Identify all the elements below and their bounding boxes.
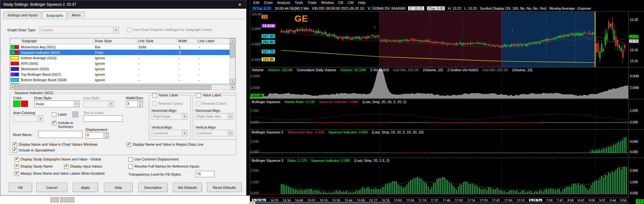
column-header-subgraph[interactable]: Subgraph — [10, 38, 93, 44]
menu-item-edit[interactable]: Edit — [251, 1, 262, 5]
bollinger-squeeze-3-panel[interactable]: Bollinger Squeeze 3Ratio: 1.178Squeeze I… — [250, 158, 644, 198]
menu-item-analysis[interactable]: Analysis — [275, 1, 293, 5]
chart-horizontal-scrollbar[interactable]: < — [250, 201, 629, 204]
table-row-squeeze-indicator-sg2[interactable]: Squeeze Indicator (SG2)Point-3- — [10, 50, 230, 55]
stepper-arrows[interactable]: ▲▼ — [137, 101, 143, 107]
sg2-color-swatch-down[interactable] — [21, 101, 28, 107]
menu-item-help[interactable]: Help — [356, 1, 368, 5]
scrollbar-thumb[interactable] — [255, 202, 390, 204]
checkbox-box — [13, 142, 17, 147]
include-in-spreadsheet-checkbox[interactable]: Include in Spreadsheet — [13, 148, 55, 153]
volume-panel[interactable]: VolumeVolume: 163.8KCumulative Daily Vol… — [250, 67, 644, 99]
help-button[interactable]: Help — [104, 183, 133, 192]
title-segment: Bollinger Squeeze 3 — [252, 159, 283, 162]
checkbox-label: Always Show Name and Value Labels When E… — [21, 171, 104, 175]
auto-coloring-select[interactable]: ▼ — [13, 115, 43, 122]
tab-alerts[interactable]: Alerts — [68, 12, 84, 18]
taskbar-button[interactable] — [60, 197, 74, 202]
menu-item-window[interactable]: Window — [319, 1, 336, 5]
use-common-displacement-checkbox[interactable]: Use Common Displacement — [128, 157, 179, 162]
menu-item-cb[interactable]: CB — [336, 1, 345, 5]
vscroll-thumb[interactable] — [230, 43, 235, 58]
menu-item-trade[interactable]: Trade — [305, 1, 319, 5]
bollinger-squeeze-3-canvas[interactable] — [250, 158, 628, 198]
tab-subgraphs[interactable]: Subgraphs — [42, 11, 67, 18]
set-defaults-button[interactable]: Set Defaults — [173, 183, 202, 192]
width-size-stepper[interactable]: 3 ▲▼ — [126, 101, 143, 107]
table-cell: - — [137, 73, 177, 76]
taskbar-strip — [0, 196, 250, 204]
table-cell: Bar — [94, 45, 137, 49]
draw-style-select[interactable]: Point▼ — [34, 101, 79, 107]
display-input-values-checkbox[interactable]: Display Input Values — [64, 164, 102, 169]
table-cell: Momentum (SG6) — [20, 67, 94, 71]
display-name-value-chart-windows-checkbox[interactable]: Display Name and Value in Chart Values W… — [13, 142, 98, 147]
column-header-width[interactable]: Width — [177, 38, 197, 44]
table-row-top-bollinger-band-sg7[interactable]: Top Bollinger Band (SG7)Ignore--- — [10, 72, 230, 77]
scroll-left-arrow[interactable]: < — [250, 201, 255, 204]
table-horizontal-scrollbar[interactable]: ◄ ► — [10, 85, 236, 90]
reset-defaults-button[interactable]: Reset Defaults — [207, 183, 242, 192]
name-vertical-align-select[interactable]: Centered▼ — [152, 130, 188, 136]
scroll-up-arrow[interactable]: ▲ — [230, 38, 235, 43]
description-button[interactable]: Description — [138, 183, 168, 192]
close-icon[interactable]: ✕ — [235, 1, 245, 8]
always-show-labels-checkbox[interactable]: Always Show Name and Value Labels When E… — [14, 171, 104, 176]
value-reverse-colors-checkbox[interactable]: Reverse Colors — [196, 102, 227, 106]
table-vertical-scrollbar[interactable]: ▲ ▼ — [229, 38, 235, 84]
use-chart-graphics-checkbox[interactable]: Use Chart Graphics Settings For Subgraph… — [127, 28, 212, 32]
subgraph-color-swatch — [10, 73, 20, 76]
bollinger-squeeze-panel[interactable]: Bollinger SqueezeBands Ratio: 0.132Squee… — [250, 99, 644, 130]
scroll-down-arrow[interactable]: ▼ — [230, 79, 235, 84]
subgraph-table[interactable]: SubgraphDraw StyleLine StyleWidthLine La… — [10, 38, 236, 84]
scroll-left-arrow[interactable]: ◄ — [10, 85, 15, 90]
scroll-right-arrow[interactable]: ► — [230, 85, 235, 90]
label-color-button[interactable] — [72, 112, 78, 117]
short-name-input[interactable] — [38, 131, 82, 138]
status-segment: #35 DD: 00:00:00 2021-05-25 15: — [312, 6, 365, 10]
tab-settings-and-inputs[interactable]: Settings and Inputs — [4, 12, 42, 18]
column-header-line-style[interactable]: Line Style — [137, 38, 177, 44]
price-panel[interactable]: ↓↓ GE -116.8K-2.00M-4.00M-6.00M 1319.81M… — [250, 12, 644, 67]
transparency-input[interactable] — [196, 171, 214, 177]
resolve-full-names-checkbox[interactable]: Resolve Full Names for Reference Inputs — [128, 164, 199, 169]
display-subgraphs-global-checkbox[interactable]: Display Study Subgraphs Name and Value -… — [14, 157, 101, 162]
dialog-titlebar[interactable]: Study Settings: Bollinger Squeeze 2. ID:… — [0, 0, 246, 9]
value-horizontal-align-select[interactable]: Right Side Valu▼ — [195, 113, 233, 120]
text-to-draw-input[interactable] — [83, 115, 123, 122]
stepper-arrows[interactable]: ▲▼ — [103, 132, 108, 138]
subgraph-table-body[interactable]: Momentum Avg (SG1)BarSolid1-Squeeze Indi… — [10, 44, 230, 84]
value-vertical-align-select[interactable]: Centered▼ — [195, 130, 233, 136]
label-checkbox[interactable]: Label — [52, 112, 67, 117]
ok-button[interactable]: OK — [9, 183, 32, 192]
table-row-momentum-sg6[interactable]: Momentum (SG6)Ignore--- — [10, 66, 230, 72]
table-row-bottom-bollinger-band-sg8[interactable]: Bottom Bollinger Band (SG8)Ignore--- — [10, 77, 230, 83]
name-horizontal-align-select[interactable]: Right Edge▼ — [152, 113, 188, 120]
display-name-value-region-checkbox[interactable]: Display Name and Value in Region Data Li… — [126, 142, 203, 147]
menu-item-chart[interactable]: Chart — [262, 1, 275, 5]
name-reverse-colors-checkbox[interactable]: Reverse Colors — [152, 102, 183, 106]
sg2-color-swatch-up[interactable] — [13, 101, 20, 107]
corner-badge: 3.E — [636, 199, 643, 204]
displacement-stepper[interactable]: 0 ▲▼ — [86, 132, 109, 139]
apply-button[interactable]: Apply — [73, 183, 98, 192]
graph-draw-type-select[interactable]: Custom▼ — [40, 26, 119, 34]
include-in-summary-checkbox[interactable]: Include in Summary — [52, 121, 82, 129]
table-row-item[interactable] — [10, 83, 230, 84]
table-row-momentum-avg-sg1[interactable]: Momentum Avg (SG1)BarSolid1- — [10, 44, 230, 50]
display-study-name-checkbox[interactable]: Display Study Name — [14, 164, 53, 169]
hscroll-thumb[interactable] — [15, 85, 211, 90]
menu-item-cw[interactable]: CW — [345, 1, 356, 5]
column-header-draw-style[interactable]: Draw Style — [93, 38, 137, 44]
volume-chart-canvas[interactable] — [250, 67, 628, 99]
taskbar-button[interactable] — [51, 197, 59, 202]
table-row-atr-sg5[interactable]: ATR (SG5)Ignore--- — [10, 61, 230, 66]
name-label-checkbox[interactable]: Name Label: — [152, 93, 180, 98]
cancel-button[interactable]: Cancel — [36, 183, 67, 192]
menu-item-tools[interactable]: Tools — [293, 1, 305, 5]
bollinger-squeeze-2-panel[interactable]: Bollinger Squeeze 2Momentum Avg: -0.018S… — [250, 130, 644, 158]
line-style-select[interactable]: ▼ — [83, 101, 114, 107]
table-row-keltner-average-sg3[interactable]: Keltner Average (SG3)Ignore--- — [10, 55, 230, 61]
value-label-checkbox[interactable]: Value Label: — [195, 93, 223, 98]
column-header-line-label[interactable]: Line Label — [197, 38, 230, 44]
